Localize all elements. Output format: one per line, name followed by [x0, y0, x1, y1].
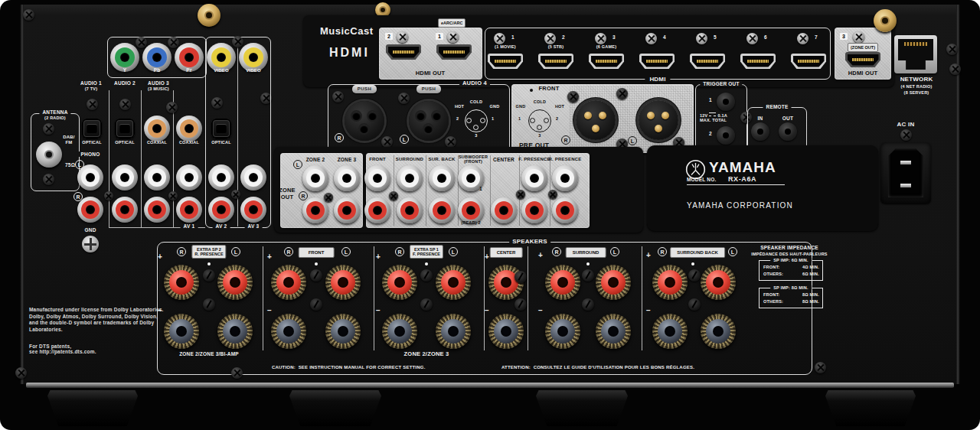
plus-sign: + — [485, 252, 489, 262]
dab-fm-antenna-connector — [36, 142, 62, 168]
plus-sign: + — [376, 252, 381, 262]
xlr-preout-l — [639, 100, 678, 140]
dolby-license-text: Manufactured under license from Dolby La… — [29, 307, 165, 333]
impedance-box2-head: SP IMP: 8Ω MIN. — [770, 285, 812, 290]
coaxial-input-av1 — [176, 116, 202, 142]
screw — [119, 99, 131, 110]
rca-preout-surback-l — [429, 165, 455, 191]
label-video2: VIDEO — [246, 68, 261, 73]
trigger-jack-1 — [717, 93, 735, 111]
network-sub2: (8 SERVER) — [904, 90, 929, 95]
preout-rpresence-header: R. PRESENCE — [549, 157, 582, 162]
screw — [494, 33, 505, 44]
chassis-left-edge — [20, 5, 24, 384]
rca-jack-av1-r — [176, 197, 202, 223]
rca-jack-av1-l — [176, 165, 202, 191]
screw — [797, 33, 808, 44]
screw — [43, 123, 54, 135]
impedance-box2-others-key: OTHERS: — [763, 299, 783, 304]
dab-fm-label: DAB/ FM — [60, 135, 78, 145]
impedance-box-1 — [759, 260, 823, 281]
preout-center-header: CENTER — [493, 157, 514, 162]
speaker-group-label: EXTRA SP 1F. PRESENCE — [410, 245, 443, 259]
rca-preout-front-l — [364, 165, 390, 191]
screw — [15, 367, 27, 379]
minus-sign: − — [376, 306, 381, 315]
binding-post-front-l-pos — [325, 265, 361, 300]
chassis-right-edge — [956, 5, 960, 384]
rca-preout-fpresence-r — [521, 197, 547, 223]
screw — [420, 298, 433, 311]
plus-sign: + — [158, 252, 162, 262]
screw — [544, 33, 556, 44]
hdmi-out-port-2 — [386, 44, 421, 60]
impedance-box1-front-key: FRONT: — [763, 265, 779, 269]
rca-jack-audio3-r — [144, 197, 170, 223]
binding-post-rpresence-r-pos — [164, 265, 199, 300]
dts-line2: see http://patents.dts.com. — [29, 349, 96, 354]
screw — [595, 33, 606, 44]
pin-gnd: GND — [490, 104, 500, 109]
rca-jack-phono-l — [77, 165, 103, 191]
hdmi-logo: HDMI — [329, 46, 370, 60]
impedance-box1-others-key: OTHERS: — [763, 272, 783, 276]
coaxial-label: COAXIAL — [179, 140, 199, 145]
av3-label: AV 3 — [245, 223, 263, 229]
indicator-dot — [425, 262, 428, 265]
rca-preout-surround-r — [397, 197, 423, 223]
plus-sign: + — [267, 252, 272, 262]
preout-subwoofer-front: (FRONT) — [464, 159, 482, 164]
preout-surround-header: SURROUND — [396, 157, 423, 162]
hdmi-1-number: 1 — [511, 34, 514, 40]
screw — [645, 33, 657, 44]
zone-out-label: ZONEOUT — [277, 187, 297, 200]
model-no-label: MODEL NO. — [687, 177, 717, 182]
coaxial-input-audio3 — [144, 116, 170, 142]
model-number: RX-A6A — [728, 175, 756, 183]
channel-l-badge: L — [293, 160, 302, 169]
binding-post-surroundback-r-pos — [652, 265, 688, 300]
audio3-label: AUDIO 3 — [145, 80, 172, 86]
screw — [946, 44, 958, 55]
screw — [447, 31, 459, 43]
hdmi-5-number: 5 — [714, 34, 717, 40]
rca-preout-subwoofer-2 — [458, 197, 484, 223]
channel-l-badge: L — [231, 247, 240, 256]
indicator-dot — [691, 262, 694, 265]
xlr-pinout-diagram — [465, 109, 488, 132]
rca-jack-audio2-r — [112, 197, 138, 223]
screw — [43, 174, 54, 185]
optical-label: OPTICAL — [115, 140, 135, 145]
rca-jack-av3-l — [240, 165, 266, 191]
hdmi-input-port-7 — [791, 54, 826, 69]
speaker-group-label: EXTRA SP 2R. PRESENCE — [191, 245, 226, 259]
foot — [289, 390, 381, 426]
channel-l-badge: L — [628, 136, 637, 145]
label-y: Y — [123, 67, 127, 73]
zone-out-line2: OUT — [277, 194, 297, 201]
optical-input-audio1 — [82, 119, 102, 138]
screw — [398, 93, 410, 104]
divider — [484, 246, 485, 350]
hdmi-input-port-3 — [589, 54, 624, 69]
screw — [397, 31, 408, 43]
screw — [582, 298, 594, 311]
trigger-out-label: TRIGGER OUT — [700, 81, 742, 86]
hdmi-input-port-6 — [740, 54, 776, 69]
screw — [23, 9, 34, 21]
divider — [394, 155, 394, 226]
channel-l-badge: L — [728, 247, 737, 256]
binding-post-rpresence-l-neg — [217, 314, 253, 349]
remote-in-jack — [751, 122, 769, 141]
caution-fr-label: ATTENTION: — [501, 365, 531, 370]
binding-post-surroundback-l-pos — [701, 265, 736, 300]
screw — [166, 102, 178, 113]
channel-l-badge: L — [400, 135, 409, 144]
divider — [528, 246, 528, 350]
channel-r-badge: R — [299, 191, 308, 200]
channel-r-badge: R — [335, 133, 344, 142]
pin-cold: COLD — [470, 99, 482, 104]
divider — [642, 246, 642, 350]
minus-sign: − — [646, 306, 651, 315]
screw — [949, 64, 961, 75]
